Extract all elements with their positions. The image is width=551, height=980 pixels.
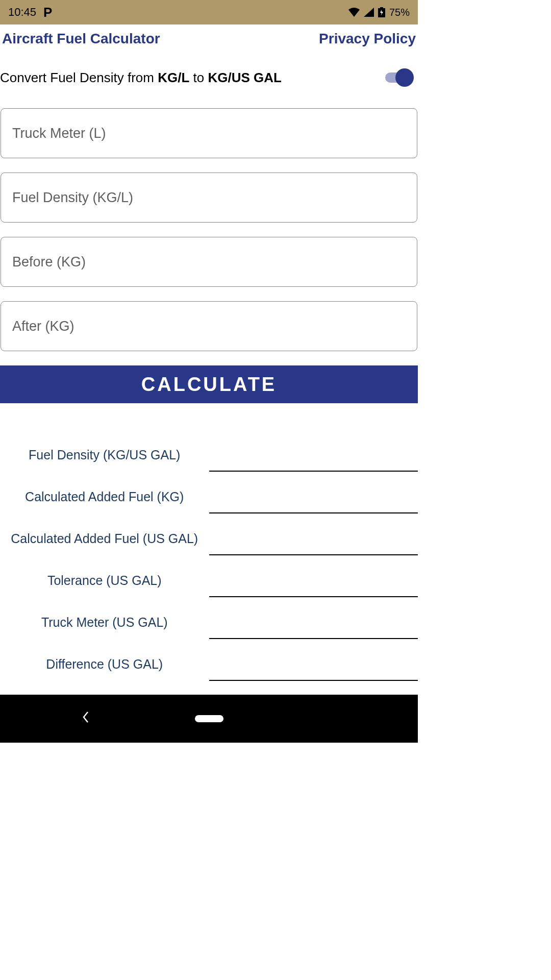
status-bar: 10:45 P 75%: [0, 0, 418, 24]
result-value-calc-added-kg: [209, 493, 418, 513]
truck-meter-input[interactable]: [1, 108, 417, 158]
back-icon[interactable]: [82, 711, 90, 727]
results-container: Fuel Density (KG/US GAL) Calculated Adde…: [0, 409, 418, 681]
density-toggle-switch[interactable]: [383, 67, 414, 88]
result-label-fuel-density: Fuel Density (KG/US GAL): [0, 448, 209, 472]
toggle-to-unit: KG/US GAL: [208, 70, 281, 85]
result-row-difference: Difference (US GAL): [0, 639, 418, 681]
svg-rect-1: [380, 7, 383, 8]
result-row-calc-added-kg: Calculated Added Fuel (KG): [0, 472, 418, 513]
density-toggle-row: Convert Fuel Density from KG/L to KG/US …: [0, 53, 418, 102]
result-row-tolerance: Tolerance (US GAL): [0, 555, 418, 597]
calculate-button[interactable]: CALCULATE: [0, 365, 418, 403]
result-row-calc-added-gal: Calculated Added Fuel (US GAL): [0, 513, 418, 555]
wifi-icon: [348, 8, 360, 17]
after-input[interactable]: [1, 301, 417, 351]
status-time: 10:45: [8, 6, 36, 19]
status-left: 10:45 P: [8, 5, 52, 20]
navigation-bar: [0, 695, 418, 743]
inputs-container: CALCULATE: [0, 102, 418, 409]
result-row-truck-meter-gal: Truck Meter (US GAL): [0, 597, 418, 639]
density-toggle-label: Convert Fuel Density from KG/L to KG/US …: [0, 70, 282, 86]
result-row-fuel-density: Fuel Density (KG/US GAL): [0, 430, 418, 472]
result-label-calc-added-kg: Calculated Added Fuel (KG): [0, 489, 209, 513]
result-label-tolerance: Tolerance (US GAL): [0, 573, 209, 597]
p-icon: P: [43, 5, 52, 20]
signal-icon: [364, 8, 374, 17]
app-title: Aircraft Fuel Calculator: [2, 31, 160, 47]
privacy-policy-link[interactable]: Privacy Policy: [319, 31, 416, 47]
before-input[interactable]: [1, 237, 417, 287]
status-right: 75%: [348, 7, 410, 18]
app-header: Aircraft Fuel Calculator Privacy Policy: [0, 24, 418, 53]
result-label-truck-meter-gal: Truck Meter (US GAL): [0, 615, 209, 639]
result-label-difference: Difference (US GAL): [0, 657, 209, 681]
toggle-prefix: Convert Fuel Density from: [0, 70, 158, 85]
battery-icon: [378, 7, 385, 17]
result-label-calc-added-gal: Calculated Added Fuel (US GAL): [0, 531, 209, 555]
home-pill[interactable]: [195, 715, 223, 722]
result-value-difference: [209, 660, 418, 681]
result-value-calc-added-gal: [209, 535, 418, 555]
toggle-thumb: [395, 68, 414, 87]
result-value-fuel-density: [209, 451, 418, 472]
toggle-from-unit: KG/L: [158, 70, 189, 85]
result-value-tolerance: [209, 577, 418, 597]
fuel-density-input[interactable]: [1, 173, 417, 223]
toggle-mid: to: [189, 70, 208, 85]
result-value-truck-meter-gal: [209, 619, 418, 639]
battery-percentage: 75%: [389, 7, 410, 18]
